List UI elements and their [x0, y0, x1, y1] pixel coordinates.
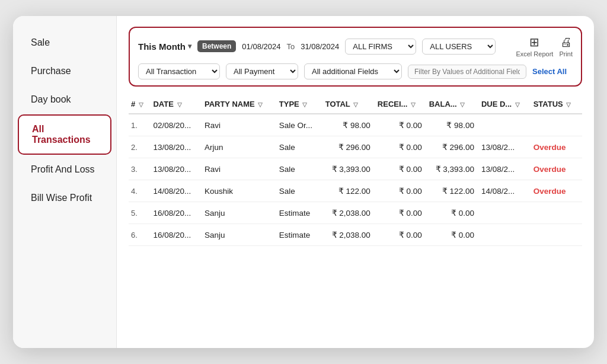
row-status: [531, 202, 582, 224]
filter-icon: ▽: [515, 101, 520, 108]
row-total: ₹ 98.00: [323, 114, 375, 136]
row-date: 16/08/20...: [151, 224, 202, 246]
row-date: 02/08/20...: [151, 114, 202, 136]
chevron-down-icon: ▾: [188, 42, 191, 50]
row-date: 14/08/20...: [151, 180, 202, 202]
filter-icon: ▽: [302, 101, 307, 108]
row-total: ₹ 3,393.00: [323, 158, 375, 180]
row-received: ₹ 0.00: [375, 224, 427, 246]
sidebar-item-all-transactions[interactable]: All Transactions: [18, 114, 111, 155]
row-received: ₹ 0.00: [375, 114, 427, 136]
row-status: Overdue: [531, 180, 582, 202]
row-type: Sale: [277, 158, 323, 180]
excel-report-button[interactable]: ⊞ Excel Report: [516, 35, 553, 58]
col-header-party-name[interactable]: PARTY NAME ▽: [202, 95, 277, 114]
main-content: This Month ▾ Between 01/08/2024 To 31/08…: [117, 16, 594, 348]
date-from: 01/08/2024: [242, 42, 280, 51]
row-due-date: 14/08/2...: [479, 180, 531, 202]
row-party: Koushik: [202, 180, 277, 202]
row-due-date: 13/08/2...: [479, 136, 531, 158]
row-total: ₹ 122.00: [323, 180, 375, 202]
row-received: ₹ 0.00: [375, 180, 427, 202]
table-body: 1.02/08/20...RaviSale Or...₹ 98.00₹ 0.00…: [129, 114, 582, 246]
additional-fields-search[interactable]: [408, 65, 526, 79]
table-row[interactable]: 6.16/08/20...SanjuEstimate₹ 2,038.00₹ 0.…: [129, 224, 582, 246]
to-label: To: [286, 42, 295, 51]
row-num: 2.: [129, 136, 151, 158]
row-party: Ravi: [202, 114, 277, 136]
period-selector-button[interactable]: This Month ▾: [138, 41, 191, 52]
table-row[interactable]: 3.13/08/20...RaviSale₹ 3,393.00₹ 0.00₹ 3…: [129, 158, 582, 180]
row-due-date: [479, 114, 531, 136]
row-received: ₹ 0.00: [375, 202, 427, 224]
users-select[interactable]: ALL USERS: [422, 39, 496, 55]
filter-icon: ▽: [566, 101, 571, 108]
table-row[interactable]: 2.13/08/20...ArjunSale₹ 296.00₹ 0.00₹ 29…: [129, 136, 582, 158]
row-status: Overdue: [531, 136, 582, 158]
row-type: Estimate: [277, 202, 323, 224]
sidebar-item-bill-wise-profit[interactable]: Bill Wise Profit: [18, 184, 111, 212]
transaction-type-select[interactable]: All Transaction: [138, 63, 220, 79]
table-row[interactable]: 4.14/08/20...KoushikSale₹ 122.00₹ 0.00₹ …: [129, 180, 582, 202]
payment-type-select[interactable]: All Payment: [226, 63, 298, 79]
sidebar-item-profit-loss[interactable]: Profit And Loss: [18, 156, 111, 183]
row-date: 13/08/20...: [151, 136, 202, 158]
row-date: 16/08/20...: [151, 202, 202, 224]
additional-fields-select[interactable]: All additional Fields: [304, 63, 402, 79]
sidebar-item-purchase[interactable]: Purchase: [18, 58, 111, 85]
row-balance: ₹ 296.00: [427, 136, 479, 158]
filter-icon: ▽: [177, 101, 182, 108]
excel-icon: ⊞: [529, 35, 539, 49]
filter-row-2: All Transaction All Payment All addition…: [138, 63, 573, 79]
row-num: 4.: [129, 180, 151, 202]
row-balance: ₹ 122.00: [427, 180, 479, 202]
filter-icon: ▽: [460, 101, 465, 108]
col-header-type[interactable]: TYPE ▽: [277, 95, 323, 114]
between-badge: Between: [197, 40, 236, 52]
print-button[interactable]: 🖨 Print: [559, 36, 573, 58]
row-balance: ₹ 98.00: [427, 114, 479, 136]
row-party: Ravi: [202, 158, 277, 180]
filter-icon: ▽: [139, 101, 143, 108]
row-balance: ₹ 3,393.00: [427, 158, 479, 180]
row-balance: ₹ 0.00: [427, 224, 479, 246]
row-party: Sanju: [202, 224, 277, 246]
row-party: Sanju: [202, 202, 277, 224]
row-num: 3.: [129, 158, 151, 180]
col-header-date[interactable]: DATE ▽: [151, 95, 202, 114]
row-num: 6.: [129, 224, 151, 246]
table-row[interactable]: 5.16/08/20...SanjuEstimate₹ 2,038.00₹ 0.…: [129, 202, 582, 224]
row-status: [531, 114, 582, 136]
row-party: Arjun: [202, 136, 277, 158]
row-num: 1.: [129, 114, 151, 136]
row-received: ₹ 0.00: [375, 136, 427, 158]
row-total: ₹ 2,038.00: [323, 202, 375, 224]
transactions-table-wrapper: # ▽DATE ▽PARTY NAME ▽TYPE ▽TOTAL ▽RECEI.…: [129, 95, 582, 337]
transactions-table: # ▽DATE ▽PARTY NAME ▽TYPE ▽TOTAL ▽RECEI.…: [129, 95, 582, 246]
col-header--[interactable]: # ▽: [129, 95, 151, 114]
table-row[interactable]: 1.02/08/20...RaviSale Or...₹ 98.00₹ 0.00…: [129, 114, 582, 136]
sidebar: SalePurchaseDay bookAll TransactionsProf…: [13, 16, 117, 348]
print-icon: 🖨: [560, 36, 572, 49]
filter-icon: ▽: [258, 101, 263, 108]
col-header-recei---[interactable]: RECEI... ▽: [375, 95, 427, 114]
row-type: Sale Or...: [277, 114, 323, 136]
filter-icon: ▽: [411, 101, 416, 108]
row-balance: ₹ 0.00: [427, 202, 479, 224]
firms-select[interactable]: ALL FIRMS: [345, 39, 416, 55]
col-header-status[interactable]: STATUS ▽: [531, 95, 582, 114]
filter-row-1: This Month ▾ Between 01/08/2024 To 31/08…: [138, 35, 573, 58]
row-num: 5.: [129, 202, 151, 224]
sidebar-item-sale[interactable]: Sale: [18, 29, 111, 56]
col-header-total[interactable]: TOTAL ▽: [323, 95, 375, 114]
sidebar-item-daybook[interactable]: Day book: [18, 86, 111, 113]
select-all-button[interactable]: Select All: [532, 67, 567, 76]
col-header-due-d---[interactable]: DUE D... ▽: [479, 95, 531, 114]
row-due-date: [479, 224, 531, 246]
col-header-bala---[interactable]: BALA... ▽: [427, 95, 479, 114]
row-status: [531, 224, 582, 246]
table-header-row: # ▽DATE ▽PARTY NAME ▽TYPE ▽TOTAL ▽RECEI.…: [129, 95, 582, 114]
row-date: 13/08/20...: [151, 158, 202, 180]
row-due-date: [479, 202, 531, 224]
date-to: 31/08/2024: [301, 42, 339, 51]
